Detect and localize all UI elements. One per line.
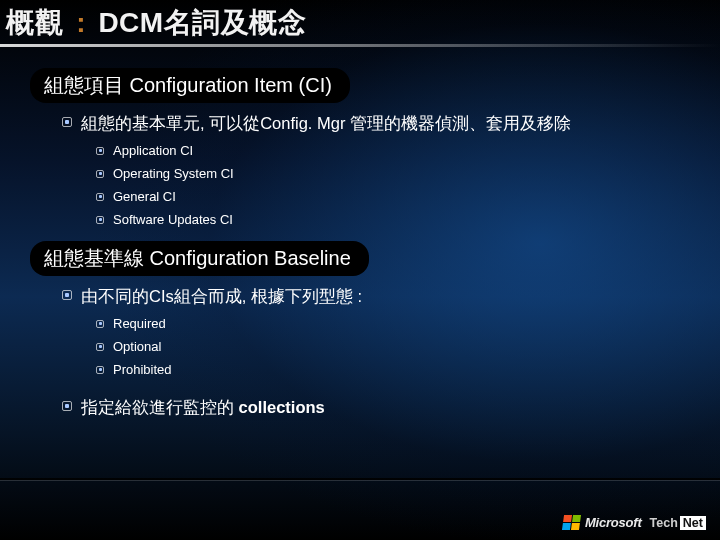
bullet-icon bbox=[96, 366, 104, 374]
baseline-item-text: Prohibited bbox=[113, 362, 172, 377]
technet-logo: Tech Net bbox=[650, 516, 706, 530]
ci-item-text: Software Updates CI bbox=[113, 212, 233, 227]
microsoft-logo-icon bbox=[562, 515, 581, 530]
bullet-icon bbox=[96, 216, 104, 224]
ci-lead-line: 組態的基本單元, 可以從Config. Mgr 管理的機器偵測、套用及移除 bbox=[62, 113, 720, 135]
title-colon: : bbox=[76, 7, 86, 38]
baseline-item-text: Optional bbox=[113, 339, 161, 354]
section-heading-ci: 組態項目 Configuration Item (CI) bbox=[30, 68, 350, 103]
bullet-icon bbox=[96, 343, 104, 351]
bullet-icon bbox=[62, 117, 72, 127]
bullet-icon bbox=[96, 193, 104, 201]
ci-item: Operating System CI bbox=[96, 166, 720, 181]
baseline-tail-bold: collections bbox=[239, 398, 325, 416]
baseline-tail-line: 指定給欲進行監控的 collections bbox=[62, 397, 720, 419]
ci-item: Software Updates CI bbox=[96, 212, 720, 227]
ci-item-text: General CI bbox=[113, 189, 176, 204]
baseline-lead-line: 由不同的CIs組合而成, 根據下列型態 : bbox=[62, 286, 720, 308]
baseline-tail-pre: 指定給欲進行監控的 bbox=[81, 398, 239, 416]
bullet-icon bbox=[96, 147, 104, 155]
title-post: DCM名詞及概念 bbox=[98, 7, 306, 38]
bullet-icon bbox=[62, 290, 72, 300]
bullet-icon bbox=[96, 320, 104, 328]
baseline-item-text: Required bbox=[113, 316, 166, 331]
title-underline bbox=[0, 44, 720, 47]
baseline-item: Required bbox=[96, 316, 720, 331]
bullet-icon bbox=[96, 170, 104, 178]
ci-item-text: Application CI bbox=[113, 143, 193, 158]
slide-title: 概觀 : DCM名詞及概念 bbox=[6, 4, 306, 42]
ci-lead-text: 組態的基本單元, 可以從Config. Mgr 管理的機器偵測、套用及移除 bbox=[81, 113, 571, 135]
microsoft-wordmark: Microsoft bbox=[585, 515, 642, 530]
technet-tech: Tech bbox=[650, 516, 678, 530]
ci-item-text: Operating System CI bbox=[113, 166, 234, 181]
section-heading-baseline: 組態基準線 Configuration Baseline bbox=[30, 241, 369, 276]
bullet-icon bbox=[62, 401, 72, 411]
ci-item: Application CI bbox=[96, 143, 720, 158]
baseline-item: Optional bbox=[96, 339, 720, 354]
brand-area: Microsoft Tech Net bbox=[563, 515, 706, 530]
title-pre: 概觀 bbox=[6, 7, 63, 38]
baseline-item: Prohibited bbox=[96, 362, 720, 377]
baseline-lead-text: 由不同的CIs組合而成, 根據下列型態 : bbox=[81, 286, 362, 308]
technet-net: Net bbox=[680, 516, 706, 530]
slide-body: 組態項目 Configuration Item (CI) 組態的基本單元, 可以… bbox=[0, 68, 720, 419]
ci-item: General CI bbox=[96, 189, 720, 204]
footer-rule bbox=[0, 478, 720, 480]
